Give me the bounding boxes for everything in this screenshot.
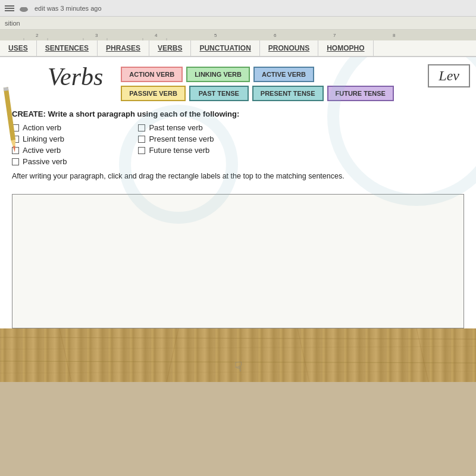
svg-point-5 [24, 7, 27, 11]
bottom-wood: ☟ [0, 328, 476, 382]
svg-rect-6 [0, 30, 476, 40]
svg-text:3: 3 [95, 33, 98, 38]
list-item: Passive verb [12, 157, 67, 166]
list-item: Present tense verb [138, 134, 214, 143]
verb-buttons-row-1: ACTION VERB LINKING VERB ACTIVE VERB [121, 67, 394, 82]
ruler: 2 3 4 5 6 7 8 [0, 30, 476, 40]
verb-buttons-row-2: PASSIVE VERB PAST TENSE PRESENT TENSE FU… [121, 86, 394, 101]
sub-bar-label: sition [5, 20, 20, 27]
checklist-container: Action verb Linking verb Active verb Pas… [12, 123, 464, 166]
checklist-col-left: Action verb Linking verb Active verb Pas… [12, 123, 67, 166]
svg-text:6: 6 [274, 33, 277, 38]
svg-rect-2 [5, 10, 14, 11]
tab-phrases[interactable]: PHRASES [98, 40, 149, 56]
text-box-area [12, 194, 464, 328]
action-verb-button[interactable]: ACTION VERB [121, 67, 183, 82]
paragraph-input[interactable] [18, 201, 458, 320]
list-item: Future tense verb [138, 146, 214, 155]
create-label: CREATE: Write a short paragraph using ea… [12, 109, 464, 118]
svg-line-30 [298, 328, 309, 382]
content-area: Verbs ACTION VERB LINKING VERB ACTIVE VE… [0, 57, 476, 328]
svg-marker-21 [11, 140, 17, 152]
list-item: Past tense verb [138, 123, 214, 132]
svg-marker-22 [13, 146, 16, 152]
item-label: Active verb [23, 146, 61, 155]
svg-rect-0 [5, 5, 14, 7]
item-label: Linking verb [23, 134, 64, 143]
tab-sentences[interactable]: SENTENCES [37, 40, 98, 56]
checklist-col-right: Past tense verb Present tense verb Futur… [138, 123, 214, 166]
svg-text:7: 7 [333, 33, 336, 38]
item-label: Past tense verb [149, 123, 202, 132]
list-item: Linking verb [12, 134, 67, 143]
page-header: Verbs ACTION VERB LINKING VERB ACTIVE VE… [0, 57, 476, 106]
nav-tabs: USES SENTENCES PHRASES VERBS PUNCTUATION… [0, 40, 476, 57]
passive-verb-button[interactable]: PASSIVE VERB [121, 86, 186, 101]
checkbox-past-tense[interactable] [138, 124, 145, 131]
svg-line-29 [167, 328, 178, 382]
tab-punctuation[interactable]: PUNCTUATION [191, 40, 259, 56]
past-tense-button[interactable]: PAST TENSE [189, 86, 249, 101]
toolbar-icons [5, 4, 29, 13]
ruler-svg: 2 3 4 5 6 7 8 [0, 30, 476, 40]
active-verb-button[interactable]: ACTIVE VERB [253, 67, 314, 82]
sub-bar: sition [0, 17, 476, 30]
top-bar: edit was 3 minutes ago [0, 0, 476, 17]
page-title: Verbs [48, 64, 103, 89]
svg-rect-1 [5, 8, 14, 9]
svg-text:2: 2 [36, 33, 39, 38]
instruction-area: CREATE: Write a short paragraph using ea… [0, 106, 476, 188]
verb-buttons-area: ACTION VERB LINKING VERB ACTIVE VERB PAS… [121, 64, 394, 101]
edit-timestamp: edit was 3 minutes ago [35, 5, 102, 12]
svg-rect-23 [4, 87, 9, 91]
svg-line-28 [60, 328, 71, 382]
svg-point-4 [20, 7, 24, 11]
item-label: Passive verb [23, 157, 67, 166]
menu-icon [5, 4, 14, 13]
svg-line-31 [416, 328, 428, 382]
cloud-icon [19, 4, 29, 13]
checkbox-present-tense[interactable] [138, 136, 145, 143]
linking-verb-button[interactable]: LINKING VERB [186, 67, 250, 82]
item-label: Present tense verb [149, 134, 214, 143]
tab-homopho[interactable]: HOMOPHO [318, 40, 373, 56]
checkbox-passive-verb[interactable] [12, 158, 19, 165]
present-tense-button[interactable]: PRESENT TENSE [252, 86, 324, 101]
list-item: Action verb [12, 123, 67, 132]
svg-line-24 [0, 337, 476, 339]
instruction-text: After writing your paragraph, click and … [12, 171, 464, 182]
tab-uses[interactable]: USES [0, 40, 37, 56]
tab-pronouns[interactable]: PRONOUNS [260, 40, 318, 56]
svg-text:5: 5 [214, 33, 217, 38]
svg-text:4: 4 [155, 33, 158, 38]
svg-text:8: 8 [393, 33, 396, 38]
hand-cursor-icon: ☟ [234, 359, 242, 375]
future-tense-button[interactable]: FUTURE TENSE [327, 86, 394, 101]
svg-line-25 [0, 346, 476, 349]
item-label: Action verb [23, 123, 61, 132]
item-label: Future tense verb [149, 146, 209, 155]
tab-verbs[interactable]: VERBS [149, 40, 191, 56]
lev-box: Lev [428, 64, 470, 87]
checkbox-future-tense[interactable] [138, 147, 145, 154]
